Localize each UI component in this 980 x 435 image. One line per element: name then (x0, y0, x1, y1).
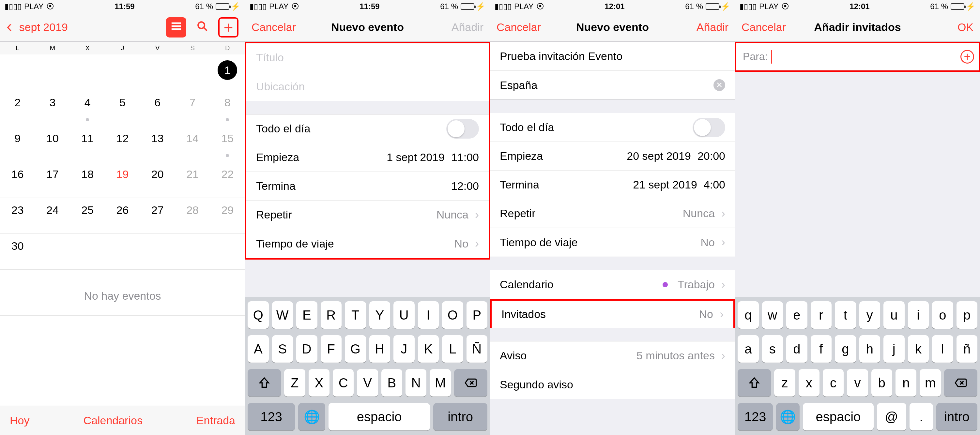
travel-row[interactable]: Tiempo de viajeNo› (246, 229, 489, 258)
calendar-day[interactable]: 11 (70, 126, 105, 162)
key-b[interactable]: B (381, 369, 402, 397)
calendar-day[interactable]: 9 (0, 126, 35, 162)
calendar-day[interactable] (175, 234, 210, 269)
key-c[interactable]: c (823, 369, 844, 397)
key-k[interactable]: k (908, 335, 929, 363)
calendar-day[interactable]: 20 (140, 162, 175, 198)
key-b[interactable]: b (871, 369, 892, 397)
key-w[interactable]: w (762, 301, 783, 329)
cancel-button[interactable]: Cancelar (741, 21, 800, 33)
cancel-button[interactable]: Cancelar (496, 21, 555, 33)
calendar-day[interactable]: 24 (35, 198, 70, 233)
allday-toggle[interactable] (446, 119, 479, 138)
key-m[interactable]: m (920, 369, 940, 397)
calendar-day[interactable]: 27 (140, 198, 175, 233)
key-x[interactable]: X (309, 369, 329, 397)
calendar-day[interactable]: 14 (175, 126, 210, 162)
calendar-day[interactable]: 30 (0, 234, 35, 269)
calendar-day[interactable] (140, 234, 175, 269)
key-v[interactable]: v (847, 369, 868, 397)
key-d[interactable]: D (296, 335, 317, 363)
key-a[interactable]: A (248, 335, 269, 363)
backspace-key[interactable] (454, 369, 487, 397)
starts-row[interactable]: Empieza20 sept 201920:00 (490, 142, 735, 171)
key-l[interactable]: L (442, 335, 463, 363)
key-g[interactable]: G (345, 335, 366, 363)
add-event-button[interactable]: + (218, 17, 239, 38)
calendar-row[interactable]: CalendarioTrabajo› (490, 270, 735, 299)
location-field[interactable]: Ubicación (246, 72, 489, 101)
calendars-button[interactable]: Calendarios (83, 414, 142, 427)
calendar-day[interactable] (175, 54, 210, 90)
ends-row[interactable]: Termina21 sept 20194:00 (490, 171, 735, 199)
calendar-day[interactable]: 17 (35, 162, 70, 198)
key-o[interactable]: O (442, 301, 463, 329)
key-a[interactable]: a (738, 335, 759, 363)
key-s[interactable]: S (272, 335, 293, 363)
back-button[interactable]: sept 2019 (6, 18, 68, 37)
key-f[interactable]: f (811, 335, 832, 363)
key-t[interactable]: t (835, 301, 856, 329)
enter-key[interactable]: intro (936, 403, 977, 430)
calendar-day[interactable] (70, 54, 105, 90)
to-field[interactable]: Para: (736, 43, 956, 70)
calendar-day[interactable]: 7 (175, 90, 210, 126)
keyboard[interactable]: qwertyuiop asdfghjklñ zxcvbnm 123 🌐 espa… (735, 297, 980, 435)
calendar-day[interactable] (0, 54, 35, 90)
key-h[interactable]: H (369, 335, 390, 363)
add-contact-button[interactable]: + (956, 43, 979, 70)
keyboard[interactable]: QWERTYUIOP ASDFGHJKLÑ ZXCVBNM 123 🌐 espa… (245, 297, 490, 435)
calendar-day[interactable]: 23 (0, 198, 35, 233)
key-y[interactable]: y (859, 301, 880, 329)
numbers-key[interactable]: 123 (248, 403, 295, 430)
cancel-button[interactable]: Cancelar (251, 21, 310, 33)
calendar-day[interactable] (105, 54, 140, 90)
calendar-day[interactable]: 16 (0, 162, 35, 198)
calendar-day[interactable]: 15 (210, 126, 245, 162)
key-w[interactable]: W (272, 301, 293, 329)
enter-key[interactable]: intro (433, 403, 487, 430)
key-s[interactable]: s (762, 335, 783, 363)
key-z[interactable]: z (774, 369, 795, 397)
key-j[interactable]: J (393, 335, 415, 363)
key-y[interactable]: Y (369, 301, 390, 329)
title-field[interactable]: Título (246, 43, 489, 72)
key-h[interactable]: h (859, 335, 880, 363)
key-e[interactable]: E (296, 301, 317, 329)
calendar-day[interactable]: 10 (35, 126, 70, 162)
calendar-day[interactable]: 22 (210, 162, 245, 198)
title-field[interactable]: Prueba invitación Evento (490, 42, 735, 71)
calendar-day[interactable]: 2 (0, 90, 35, 126)
repeat-row[interactable]: RepetirNunca› (246, 200, 489, 229)
calendar-day[interactable] (210, 234, 245, 269)
key-ñ[interactable]: ñ (956, 335, 978, 363)
calendar-day[interactable]: 28 (175, 198, 210, 233)
calendar-day[interactable]: 12 (105, 126, 140, 162)
starts-row[interactable]: Empieza1 sept 201911:00 (246, 143, 489, 172)
calendar-day[interactable]: 18 (70, 162, 105, 198)
space-key[interactable]: espacio (803, 403, 873, 430)
key-p[interactable]: P (466, 301, 488, 329)
numbers-key[interactable]: 123 (738, 403, 773, 430)
key-u[interactable]: U (393, 301, 415, 329)
calendar-grid[interactable]: 1234567891011121314151617181920212223242… (0, 54, 245, 270)
repeat-row[interactable]: RepetirNunca› (490, 199, 735, 228)
calendar-day[interactable]: 4 (70, 90, 105, 126)
key-r[interactable]: R (321, 301, 342, 329)
list-view-button[interactable] (166, 17, 186, 38)
today-button[interactable]: Hoy (10, 414, 29, 427)
calendar-day[interactable] (105, 234, 140, 269)
key-ñ[interactable]: Ñ (466, 335, 488, 363)
key-e[interactable]: e (786, 301, 807, 329)
travel-row[interactable]: Tiempo de viajeNo› (490, 228, 735, 257)
key-p[interactable]: p (956, 301, 978, 329)
calendar-day[interactable]: 1 (210, 54, 245, 90)
key-o[interactable]: o (932, 301, 953, 329)
key-i[interactable]: i (908, 301, 929, 329)
key-q[interactable]: Q (248, 301, 269, 329)
key-u[interactable]: u (883, 301, 905, 329)
clear-icon[interactable]: ✕ (713, 79, 725, 91)
calendar-day[interactable]: 8 (210, 90, 245, 126)
key-d[interactable]: d (786, 335, 807, 363)
calendar-day[interactable]: 29 (210, 198, 245, 233)
